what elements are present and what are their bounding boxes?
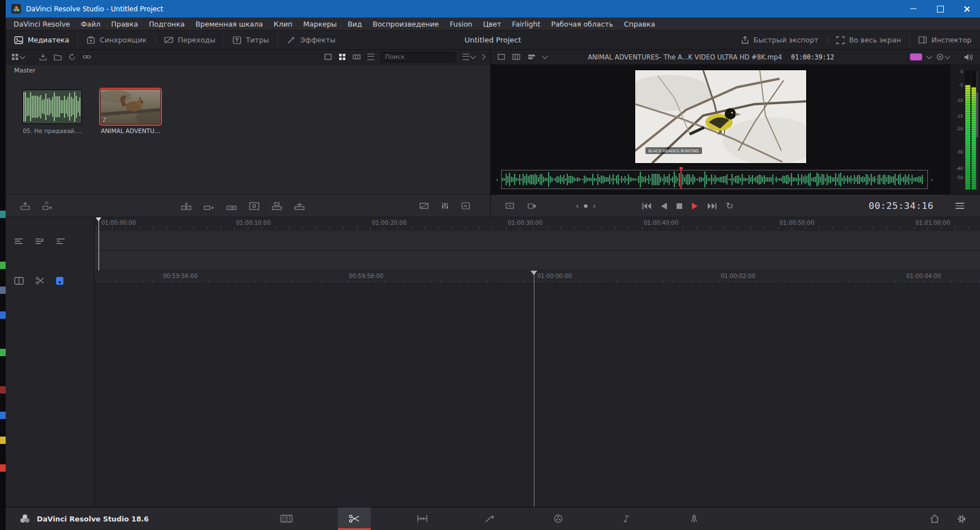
menu-davinci-resolve[interactable]: DaVinci Resolve (14, 20, 70, 28)
import-media-button[interactable] (39, 53, 47, 61)
waveform-playhead[interactable] (681, 167, 682, 189)
page-edit[interactable] (406, 507, 439, 530)
menu-playback[interactable]: Воспроизведение (373, 20, 439, 28)
stop-button[interactable] (676, 203, 683, 210)
page-color[interactable] (542, 507, 575, 530)
play-reverse-button[interactable] (660, 202, 667, 210)
menu-color[interactable]: Цвет (483, 20, 501, 28)
filmstrip-view-button[interactable] (353, 54, 361, 59)
clip-audio[interactable]: 05. Не придавай.... (23, 89, 82, 134)
close-up-button[interactable] (249, 202, 259, 210)
clip-audio-thumbnail[interactable] (23, 89, 82, 124)
titles-button[interactable]: Титры (224, 31, 277, 49)
close-button[interactable] (953, 0, 980, 18)
mixer-tool-button[interactable] (441, 202, 449, 210)
audio-scrub-strip[interactable]: ‹ › (501, 170, 928, 189)
smart-insert-button[interactable] (181, 202, 191, 210)
menu-fairlight[interactable]: Fairlight (512, 20, 540, 28)
add-marker-button[interactable] (56, 277, 63, 285)
source-clip-mode-button[interactable] (498, 54, 505, 60)
menu-edit[interactable]: Правка (111, 20, 138, 28)
split-clip-button[interactable] (36, 276, 44, 285)
trim-tool-button[interactable] (14, 277, 24, 285)
project-settings-button[interactable] (957, 514, 966, 524)
menu-clip[interactable]: Клип (273, 20, 292, 28)
zoom-options-button[interactable] (936, 53, 949, 61)
quick-export-button[interactable]: Быстрый экспорт (733, 31, 827, 49)
timeline-playhead[interactable] (534, 271, 534, 507)
bin-view-dropdown[interactable] (11, 53, 24, 61)
go-to-start-button[interactable] (641, 202, 652, 210)
menu-file[interactable]: Файл (81, 20, 101, 28)
detail-ruler[interactable]: 00:59:56:00 00:59:58:00 01:00:00:00 01:0… (95, 271, 980, 284)
viewer-mode-dropdown[interactable] (543, 56, 547, 58)
thumbnail-view-button[interactable] (324, 54, 332, 60)
relink-button[interactable] (83, 54, 91, 59)
menu-fusion[interactable]: Fusion (450, 20, 472, 28)
fullscreen-button[interactable]: Во весь экран (828, 31, 910, 49)
insert-clip-button[interactable] (20, 202, 30, 210)
clip-video-thumbnail[interactable]: ♪ (101, 89, 160, 124)
clip-indicator-badge[interactable] (910, 53, 922, 61)
sort-button[interactable] (463, 54, 475, 60)
import-folder-button[interactable] (54, 54, 62, 61)
track-options-button[interactable] (14, 238, 23, 245)
clip-video-selected[interactable]: ♪ ANIMAL ADVENTU... (101, 89, 160, 134)
bin-breadcrumb[interactable]: Master (6, 65, 490, 76)
step-back-button[interactable]: ‹ (576, 202, 579, 210)
media-pool-panel: Master 05. Не придавай.... (6, 50, 491, 217)
page-fairlight[interactable]: ♪ (610, 507, 643, 530)
inspector-button[interactable]: Инспектор (910, 31, 980, 49)
page-fusion[interactable] (474, 507, 507, 530)
step-forward-button[interactable]: › (593, 202, 596, 210)
play-button[interactable] (691, 202, 699, 210)
track-height-button[interactable] (35, 238, 44, 245)
maximize-button[interactable] (927, 0, 953, 18)
upper-playhead[interactable] (99, 217, 99, 271)
source-tape-mode-button[interactable] (512, 54, 520, 60)
upper-timeline-area[interactable]: 01:00:00:00 01:00:10:00 01:00:20:00 01:0… (95, 217, 980, 271)
badge-dropdown[interactable] (927, 56, 931, 58)
menu-help[interactable]: Справка (624, 20, 655, 28)
timeline-mode-button[interactable] (528, 54, 536, 60)
timeline-zoom-button[interactable] (56, 238, 65, 245)
loop-button[interactable]: ↻ (726, 200, 733, 211)
lower-timeline-area[interactable]: 00:59:56:00 00:59:58:00 01:00:00:00 01:0… (95, 271, 980, 507)
list-view-button[interactable] (367, 54, 374, 60)
viewer-clip-timecode[interactable]: 01:00:39:12 (791, 53, 834, 61)
search-input[interactable] (381, 52, 456, 62)
append-clip-button[interactable] (42, 202, 52, 210)
ripple-overwrite-button[interactable] (226, 202, 237, 210)
media-pool-toggle-button[interactable]: Медиатека (6, 31, 78, 49)
trim-out-handle[interactable]: › (931, 176, 933, 183)
viewer-options-menu-button[interactable] (956, 195, 964, 217)
page-deliver[interactable] (678, 507, 711, 530)
menu-trim[interactable]: Подгонка (149, 20, 185, 28)
camera-button[interactable] (528, 203, 536, 210)
append-button[interactable] (204, 202, 214, 210)
meter-scrollbar[interactable] (976, 71, 978, 190)
source-overwrite-button[interactable] (294, 202, 305, 210)
page-cut[interactable] (338, 507, 371, 530)
sync-bin-button[interactable]: Синхроящик (78, 31, 155, 49)
project-manager-button[interactable] (930, 514, 940, 523)
menu-view[interactable]: Вид (348, 20, 362, 28)
grid-view-button[interactable] (339, 53, 346, 61)
match-frame-button[interactable] (506, 202, 514, 210)
menu-workspace[interactable]: Рабочая область (551, 20, 613, 28)
effects-button[interactable]: Эффекты (278, 31, 344, 49)
page-media[interactable] (270, 507, 303, 530)
transition-tool-button[interactable] (420, 202, 429, 210)
menu-markers[interactable]: Маркеры (303, 20, 337, 28)
place-on-top-button[interactable] (272, 202, 282, 210)
audio-monitor-button[interactable] (964, 53, 973, 61)
timeline-timecode[interactable]: 00:25:34:16 (868, 195, 934, 217)
menu-timeline[interactable]: Временная шкала (195, 20, 263, 28)
transitions-button[interactable]: Переходы (156, 31, 224, 49)
minimize-button[interactable] (900, 0, 927, 18)
tools-panel-button[interactable] (461, 202, 470, 210)
trim-in-handle[interactable]: ‹ (496, 176, 498, 183)
collapse-panel-button[interactable] (482, 55, 485, 59)
sync-clips-button[interactable] (69, 53, 76, 61)
go-to-end-button[interactable] (707, 202, 717, 210)
